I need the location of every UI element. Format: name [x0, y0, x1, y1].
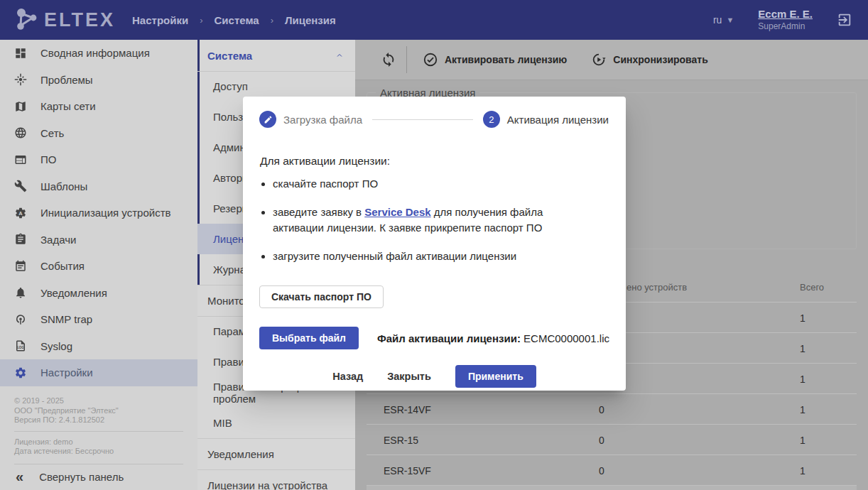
- cell-activated: 0: [599, 425, 604, 455]
- breadcrumb-license[interactable]: Лицензия: [285, 14, 336, 26]
- apply-button[interactable]: Применить: [455, 365, 536, 388]
- instruction-text: заведите заявку в: [273, 206, 364, 218]
- table-next-row-strip: [367, 486, 857, 490]
- activation-file-caption: Файл активации лицензии:: [377, 332, 521, 344]
- footer-divider: [14, 431, 183, 432]
- language-selector[interactable]: ru ▼: [713, 14, 734, 26]
- cell-total: 1: [800, 425, 805, 455]
- dialog-footer: Назад Закрыть Применить: [243, 365, 626, 388]
- activation-file-label: Файл активации лицензии: ECMC0000001.lic: [377, 332, 609, 344]
- header-right-group: ru ▼ Eccm E. E. SuperAdmin: [713, 8, 868, 32]
- submenu-section-label: Уведомления: [207, 448, 274, 460]
- sidebar-item-label: Настройки: [40, 366, 93, 379]
- cell-device: ESR-15VF: [384, 455, 431, 486]
- sidebar-item-events[interactable]: События: [0, 253, 197, 280]
- cell-activated: 0: [599, 455, 604, 486]
- table-row[interactable]: ESR-14VF 0 1: [367, 394, 857, 425]
- stepper-connector: [372, 119, 473, 120]
- submenu-section-label: Система: [207, 50, 252, 62]
- sidebar-footer: © 2019 - 2025 ООО "Предприятие "Элтекс" …: [0, 396, 197, 470]
- breadcrumb-separator-icon: ›: [271, 15, 273, 26]
- step2-number: 2: [489, 114, 494, 125]
- logout-button[interactable]: [837, 12, 852, 28]
- sidebar-item-notifications[interactable]: Уведомления: [0, 280, 197, 307]
- breadcrumb-settings[interactable]: Настройки: [132, 14, 188, 26]
- instruction-text: скачайте паспорт ПО: [273, 178, 378, 190]
- sidebar-item-label: События: [40, 260, 85, 272]
- sidebar-item-templates[interactable]: Шаблоны: [0, 173, 197, 200]
- submenu-section-label: Лицензии на устройства: [207, 479, 327, 490]
- version-label: Версия ПО: 2.4.1.812502: [14, 415, 183, 425]
- clipboard-icon: [14, 233, 27, 246]
- eltex-logo-text: ELTEX: [44, 9, 115, 31]
- sidebar-item-label: Задачи: [40, 234, 76, 246]
- close-button[interactable]: Закрыть: [387, 371, 431, 382]
- chevron-down-icon: ▼: [726, 16, 734, 24]
- sidebar-item-problems[interactable]: Проблемы: [0, 67, 197, 94]
- pencil-icon: [264, 115, 273, 124]
- calendar-icon: [14, 260, 27, 273]
- dialog-stepper: Загрузка файла 2 Активация лицензии: [243, 97, 626, 128]
- map-icon: [14, 100, 27, 113]
- user-name-link[interactable]: Eccm E. E.: [758, 8, 813, 21]
- sidebar-item-network[interactable]: Сеть: [0, 120, 197, 147]
- submenu-section-notifications[interactable]: Уведомления: [197, 438, 355, 469]
- synchronize-label: Синхронизировать: [613, 54, 707, 65]
- sidebar-item-software[interactable]: ПО: [0, 146, 197, 173]
- sidebar-item-label: Уведомления: [40, 287, 107, 299]
- activate-license-button[interactable]: Активировать лицензию: [423, 52, 567, 67]
- instruction-item: заведите заявку в Service Desk для получ…: [273, 205, 585, 236]
- svg-text:A: A: [18, 210, 23, 217]
- eccm-app-window: ELTEX Настройки › Система › Лицензия ru …: [0, 0, 868, 490]
- sidebar-item-summary[interactable]: Сводная информация: [0, 40, 197, 67]
- snmp-icon: [14, 313, 27, 326]
- back-button[interactable]: Назад: [332, 371, 363, 382]
- service-desk-link[interactable]: Service Desk: [364, 206, 430, 218]
- cell-total: 1: [800, 455, 805, 486]
- submenu-item-label: MIB: [213, 417, 232, 429]
- submenu-section-device-licenses[interactable]: Лицензии на устройства: [197, 469, 355, 490]
- table-row[interactable]: ESR-15 0 1: [367, 425, 857, 455]
- synchronize-button[interactable]: Синхронизировать: [591, 52, 707, 67]
- sidebar-item-snmp-trap[interactable]: SNMP trap: [0, 306, 197, 333]
- sidebar-item-device-init[interactable]: A Инициализация устройств: [0, 200, 197, 227]
- flare-icon: [14, 73, 27, 86]
- user-menu[interactable]: Eccm E. E. SuperAdmin: [758, 8, 813, 32]
- user-role-label: SuperAdmin: [758, 21, 813, 32]
- sidebar-item-tasks[interactable]: Задачи: [0, 227, 197, 254]
- collapse-panel-button[interactable]: « Свернуть панель: [0, 463, 197, 490]
- instruction-item: загрузите полученный файл активации лице…: [273, 249, 585, 264]
- sidebar-item-syslog[interactable]: LOG Syslog: [0, 333, 197, 360]
- sidebar-item-settings[interactable]: Настройки: [0, 359, 197, 386]
- check-circle-icon: [423, 52, 438, 67]
- sidebar-item-network-maps[interactable]: Карты сети: [0, 93, 197, 120]
- globe-icon: [14, 126, 27, 139]
- submenu-item-mib[interactable]: MIB: [197, 408, 355, 438]
- sidebar-item-label: Шаблоны: [40, 180, 87, 192]
- breadcrumb: Настройки › Система › Лицензия: [132, 14, 336, 26]
- cell-activated: 0: [599, 394, 604, 425]
- top-header-bar: ELTEX Настройки › Система › Лицензия ru …: [0, 0, 868, 40]
- instruction-item: скачайте паспорт ПО: [273, 176, 585, 192]
- cell-device: ESR-14VF: [384, 394, 431, 425]
- step2-label: Активация лицензии: [507, 114, 609, 126]
- eltex-molecule-icon: [13, 6, 40, 33]
- step1-label: Загрузка файла: [283, 114, 362, 126]
- eltex-logo[interactable]: ELTEX: [13, 6, 115, 33]
- breadcrumb-system[interactable]: Система: [215, 14, 259, 26]
- bell-icon: [14, 286, 27, 299]
- activate-license-label: Активировать лицензию: [445, 54, 567, 65]
- toolbar-divider: [406, 46, 407, 73]
- choose-file-button[interactable]: Выбрать файл: [259, 327, 359, 349]
- column-header-total: Всего: [800, 272, 824, 303]
- refresh-button[interactable]: [381, 52, 396, 67]
- submenu-section-system[interactable]: Система: [197, 40, 355, 71]
- download-passport-button[interactable]: Скачать паспорт ПО: [259, 285, 384, 308]
- main-sidebar: Сводная информация Проблемы Карты сети С…: [0, 40, 197, 490]
- sidebar-item-label: Сводная информация: [40, 47, 150, 59]
- table-row[interactable]: ESR-15VF 0 1: [367, 455, 857, 486]
- cell-total: 1: [800, 394, 805, 425]
- cell-total: 1: [800, 333, 805, 364]
- sidebar-item-label: Syslog: [40, 340, 72, 352]
- instruction-text: загрузите полученный файл активации лице…: [273, 250, 516, 262]
